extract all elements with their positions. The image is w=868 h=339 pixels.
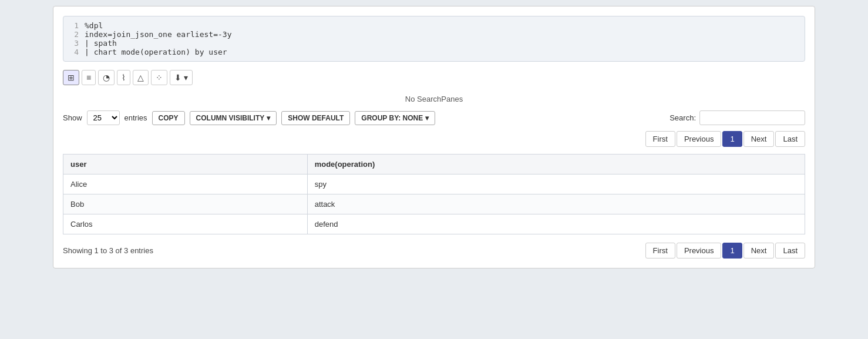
group-by-arrow: ▾: [425, 114, 429, 122]
code-line-4: 4 | chart mode(operation) by user: [70, 48, 798, 56]
line-code-1: %dpl: [85, 21, 103, 30]
pagination-top: First Previous 1 Next Last: [63, 131, 805, 147]
showing-text: Showing 1 to 3 of 3 entries: [63, 246, 153, 255]
table-body: Alice spy Bob attack Carlos defend: [63, 174, 805, 234]
entries-label: entries: [125, 113, 147, 122]
show-default-button[interactable]: SHOW DEFAULT: [281, 111, 350, 125]
table-row: Bob attack: [63, 194, 805, 214]
cell-user-alice: Alice: [63, 174, 308, 194]
line-num-1: 1: [70, 21, 79, 30]
table-row: Alice spy: [63, 174, 805, 194]
group-by-label: GROUP BY: NONE: [361, 114, 423, 122]
pie-chart-button[interactable]: ◔: [98, 70, 115, 85]
line-num-4: 4: [70, 48, 79, 56]
show-label: Show: [63, 113, 82, 122]
search-area: Search:: [669, 110, 805, 125]
table-view-button[interactable]: ⊞: [63, 70, 79, 85]
cell-mode-spy: spy: [307, 174, 805, 194]
search-label: Search:: [669, 113, 696, 122]
download-button[interactable]: ⬇ ▾: [170, 70, 193, 85]
last-page-bottom-button[interactable]: Last: [775, 243, 805, 259]
bar-chart-button[interactable]: ≡: [82, 70, 96, 85]
cell-mode-attack: attack: [307, 194, 805, 214]
col-user: user: [63, 155, 308, 174]
current-page-top-button[interactable]: 1: [722, 131, 742, 147]
line-num-2: 2: [70, 30, 79, 39]
code-block: 1 %dpl 2 index=join_json_one earliest=-3…: [63, 16, 805, 62]
copy-button[interactable]: COPY: [152, 111, 185, 125]
column-visibility-label: COLUMN VISIBILITY: [196, 114, 265, 122]
cell-user-carlos: Carlos: [63, 214, 308, 234]
area-chart-button[interactable]: △: [133, 70, 149, 85]
last-page-top-button[interactable]: Last: [775, 131, 805, 147]
scatter-chart-button[interactable]: ⁘: [151, 70, 167, 85]
no-searchpanes-text: No SearchPanes: [63, 95, 805, 103]
line-code-4: | chart mode(operation) by user: [85, 48, 227, 56]
line-code-2: index=join_json_one earliest=-3y: [85, 30, 231, 39]
code-line-3: 3 | spath: [70, 39, 798, 48]
line-code-3: | spath: [85, 39, 117, 48]
search-input[interactable]: [699, 110, 805, 125]
controls-bar: Show 25 10 50 100 entries COPY COLUMN VI…: [63, 110, 805, 125]
group-by-button[interactable]: GROUP BY: NONE ▾: [355, 111, 435, 125]
code-line-1: 1 %dpl: [70, 21, 798, 30]
column-visibility-arrow: ▾: [267, 114, 270, 122]
previous-page-bottom-button[interactable]: Previous: [677, 243, 722, 259]
code-line-2: 2 index=join_json_one earliest=-3y: [70, 30, 798, 39]
line-num-3: 3: [70, 39, 79, 48]
table-row: Carlos defend: [63, 214, 805, 234]
line-chart-button[interactable]: ⌇: [117, 70, 130, 85]
column-visibility-button[interactable]: COLUMN VISIBILITY ▾: [190, 111, 277, 125]
table-header: user mode(operation): [63, 155, 805, 174]
current-page-bottom-button[interactable]: 1: [722, 243, 742, 259]
first-page-top-button[interactable]: First: [645, 131, 675, 147]
table-header-row: user mode(operation): [63, 155, 805, 174]
entries-select[interactable]: 25 10 50 100: [87, 110, 120, 125]
first-page-bottom-button[interactable]: First: [645, 243, 675, 259]
next-page-top-button[interactable]: Next: [743, 131, 775, 147]
main-container: 1 %dpl 2 index=join_json_one earliest=-3…: [53, 6, 815, 268]
bottom-bar: Showing 1 to 3 of 3 entries First Previo…: [63, 243, 805, 259]
cell-mode-defend: defend: [307, 214, 805, 234]
col-mode-operation: mode(operation): [307, 155, 805, 174]
pagination-bottom: First Previous 1 Next Last: [645, 243, 805, 259]
previous-page-top-button[interactable]: Previous: [677, 131, 722, 147]
chart-toolbar: ⊞ ≡ ◔ ⌇ △ ⁘ ⬇ ▾: [63, 70, 805, 85]
next-page-bottom-button[interactable]: Next: [743, 243, 775, 259]
cell-user-bob: Bob: [63, 194, 308, 214]
data-table: user mode(operation) Alice spy Bob attac…: [63, 154, 805, 234]
